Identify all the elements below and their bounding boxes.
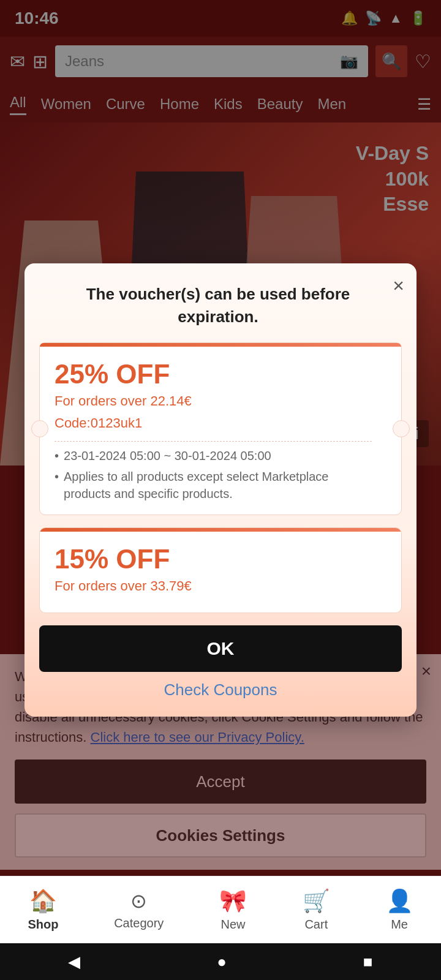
voucher1-divider bbox=[55, 441, 372, 442]
voucher1-notch-left bbox=[31, 420, 48, 437]
check-coupons-link[interactable]: Check Coupons bbox=[24, 680, 417, 717]
voucher-modal: × The voucher(s) can be used before expi… bbox=[24, 263, 417, 717]
voucher1-discount: 25% OFF bbox=[55, 359, 372, 390]
voucher2-discount: 15% OFF bbox=[55, 544, 372, 575]
voucher2-min-order: For orders over 33.79€ bbox=[55, 578, 372, 594]
voucher1-content: 25% OFF For orders over 22.14€ Code:0123… bbox=[40, 347, 401, 514]
voucher1-validity: • 23-01-2024 05:00 ~ 30-01-2024 05:00 bbox=[55, 449, 372, 463]
voucher1-code: Code:0123uk1 bbox=[55, 415, 372, 431]
voucher2-content: 15% OFF For orders over 33.79€ bbox=[40, 532, 401, 612]
voucher1-notch-right bbox=[393, 420, 410, 437]
modal-title: The voucher(s) can be used before expira… bbox=[24, 263, 417, 342]
voucher1-min-order: For orders over 22.14€ bbox=[55, 393, 372, 409]
bullet2-icon: • bbox=[55, 468, 59, 485]
voucher-card-1: 25% OFF For orders over 22.14€ Code:0123… bbox=[39, 342, 402, 515]
ok-button[interactable]: OK bbox=[39, 625, 402, 672]
voucher-card-2: 15% OFF For orders over 33.79€ bbox=[39, 527, 402, 613]
bullet-icon: • bbox=[55, 449, 59, 463]
voucher1-terms: • Applies to all products except select … bbox=[55, 468, 372, 502]
modal-close-button[interactable]: × bbox=[393, 274, 404, 297]
modal-overlay: × The voucher(s) can be used before expi… bbox=[0, 0, 441, 980]
